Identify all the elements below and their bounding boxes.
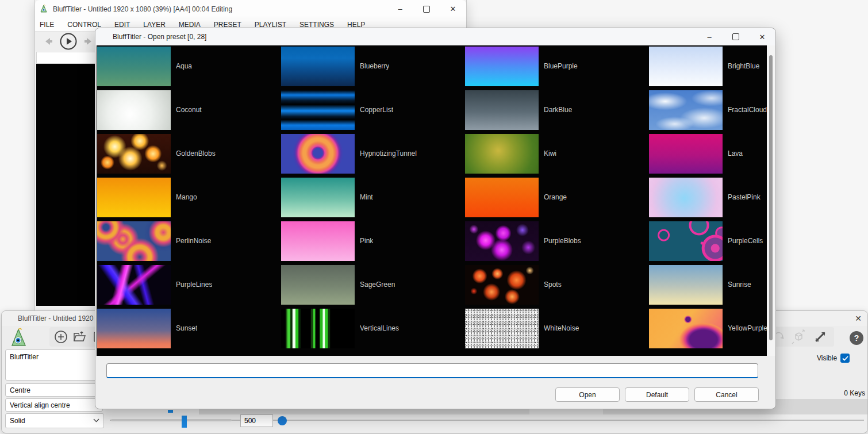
- preset-thumbnail[interactable]: [465, 178, 539, 217]
- scale-diagonal-icon[interactable]: [812, 329, 828, 345]
- size-input[interactable]: [240, 414, 273, 427]
- open-media-icon[interactable]: [72, 329, 88, 345]
- layer-text-field[interactable]: BluffTitler: [5, 349, 103, 381]
- preset-item[interactable]: FractalCloud: [649, 90, 767, 134]
- preset-scrollbar-thumb[interactable]: [769, 55, 773, 340]
- preset-label: Lava: [728, 134, 743, 174]
- preset-thumbnail[interactable]: [97, 178, 171, 217]
- preset-thumbnail[interactable]: [97, 134, 171, 174]
- preset-thumbnail[interactable]: [649, 265, 723, 305]
- preset-item[interactable]: Pink: [281, 221, 465, 265]
- dialog-maximize-button[interactable]: [723, 28, 749, 45]
- main-maximize-button[interactable]: [413, 0, 440, 18]
- preset-grid: AquaBlueberryBluePurpleBrightBlueCoconut…: [97, 47, 767, 352]
- preset-item[interactable]: Kiwi: [465, 134, 649, 178]
- preset-thumbnail[interactable]: [281, 265, 355, 305]
- preset-item[interactable]: Mango: [97, 178, 281, 221]
- preset-thumbnail[interactable]: [97, 90, 171, 130]
- preset-filename-input[interactable]: [106, 363, 758, 378]
- preset-label: Kiwi: [544, 134, 556, 174]
- preset-item[interactable]: PastelPink: [649, 178, 767, 221]
- preset-thumbnail[interactable]: [281, 134, 355, 174]
- preset-item[interactable]: WhiteNoise: [465, 309, 649, 352]
- preset-item[interactable]: PurpleBlobs: [465, 221, 649, 265]
- preset-thumbnail[interactable]: [281, 178, 355, 217]
- render-viewport[interactable]: [36, 64, 97, 306]
- open-preset-dialog: BluffTitler - Open preset [0, 28] – ✕ Aq…: [95, 28, 776, 409]
- open-button[interactable]: Open: [555, 387, 620, 402]
- preset-item[interactable]: Blueberry: [281, 47, 465, 90]
- value-slider-thumb[interactable]: [182, 416, 187, 428]
- preset-item[interactable]: Lava: [649, 134, 767, 178]
- value-slider-track[interactable]: [111, 419, 232, 421]
- preset-item[interactable]: BrightBlue: [649, 47, 767, 90]
- dialog-minimize-button[interactable]: –: [696, 28, 723, 45]
- preset-item[interactable]: PurpleCells: [649, 221, 767, 265]
- preset-item[interactable]: PurpleLines: [97, 265, 281, 309]
- preset-item[interactable]: Spots: [465, 265, 649, 309]
- main-text-input[interactable]: [36, 52, 97, 64]
- add-layer-icon[interactable]: [53, 329, 69, 345]
- preset-thumbnail[interactable]: [649, 47, 723, 86]
- properties-close-button[interactable]: ✕: [852, 313, 864, 324]
- preset-thumbnail[interactable]: [465, 134, 539, 174]
- preset-item[interactable]: SageGreen: [281, 265, 465, 309]
- toolbar-group-right: [770, 327, 834, 347]
- preset-scrollbar[interactable]: [767, 45, 775, 356]
- preset-thumbnail[interactable]: [465, 47, 539, 86]
- next-arrow-icon[interactable]: [83, 37, 94, 46]
- preset-thumbnail[interactable]: [649, 221, 723, 261]
- preset-item[interactable]: GoldenBlobs: [97, 134, 281, 178]
- main-close-button[interactable]: ✕: [440, 0, 466, 18]
- preset-item[interactable]: VerticalLines: [281, 309, 465, 352]
- preset-item[interactable]: Orange: [465, 178, 649, 221]
- menu-control[interactable]: CONTROL: [67, 21, 101, 29]
- preset-thumbnail[interactable]: [281, 47, 355, 86]
- preset-thumbnail[interactable]: [97, 265, 171, 305]
- menu-file[interactable]: FILE: [40, 21, 54, 29]
- timeline-playhead[interactable]: [168, 410, 173, 413]
- preset-thumbnail[interactable]: [97, 221, 171, 261]
- style-dropdown[interactable]: Solid: [5, 413, 104, 428]
- preset-item[interactable]: Aqua: [97, 47, 281, 90]
- preset-thumbnail[interactable]: [281, 309, 355, 348]
- main-window-titlebar[interactable]: BluffTitler - Untitled 1920 x 1080 (39%)…: [35, 0, 466, 18]
- preset-thumbnail[interactable]: [649, 134, 723, 174]
- default-button[interactable]: Default: [625, 387, 689, 402]
- preset-thumbnail[interactable]: [649, 178, 723, 217]
- preset-thumbnail[interactable]: [465, 265, 539, 305]
- previous-arrow-icon[interactable]: [43, 37, 53, 46]
- preset-thumbnail[interactable]: [465, 309, 539, 348]
- cube-3d-icon[interactable]: [790, 329, 806, 345]
- preset-item[interactable]: BluePurple: [465, 47, 649, 90]
- preset-label: BrightBlue: [728, 47, 759, 86]
- preset-item[interactable]: YellowPurpleBlobs: [649, 309, 767, 352]
- preset-thumbnail[interactable]: [465, 221, 539, 261]
- preset-item[interactable]: Mint: [281, 178, 465, 221]
- preset-item[interactable]: Sunset: [97, 309, 281, 352]
- preset-thumbnail[interactable]: [281, 90, 355, 130]
- main-minimize-button[interactable]: –: [387, 0, 413, 18]
- preset-item[interactable]: Coconut: [97, 90, 281, 134]
- preset-item[interactable]: HypnotizingTunnel: [281, 134, 465, 178]
- timeline-slider-thumb[interactable]: [278, 416, 287, 425]
- cancel-button[interactable]: Cancel: [694, 387, 759, 402]
- preset-label: GoldenBlobs: [176, 134, 216, 174]
- help-button[interactable]: ?: [850, 331, 863, 345]
- play-button[interactable]: [59, 32, 78, 51]
- preset-thumbnail[interactable]: [97, 309, 171, 348]
- preset-item[interactable]: PerlinNoise: [97, 221, 281, 265]
- preset-thumbnail[interactable]: [281, 221, 355, 261]
- preset-item[interactable]: Sunrise: [649, 265, 767, 309]
- preset-item[interactable]: DarkBlue: [465, 90, 649, 134]
- position-field[interactable]: Centre: [5, 383, 103, 397]
- valign-field[interactable]: Vertical align centre: [5, 398, 103, 412]
- preset-thumbnail[interactable]: [465, 90, 539, 130]
- dialog-close-button[interactable]: ✕: [749, 28, 775, 45]
- visible-checkbox[interactable]: [840, 354, 850, 363]
- preset-item[interactable]: CopperList: [281, 90, 465, 134]
- preset-thumbnail[interactable]: [97, 47, 171, 86]
- preset-thumbnail[interactable]: [649, 90, 723, 130]
- preset-thumbnail[interactable]: [649, 309, 723, 348]
- dialog-titlebar[interactable]: BluffTitler - Open preset [0, 28] – ✕: [95, 28, 775, 45]
